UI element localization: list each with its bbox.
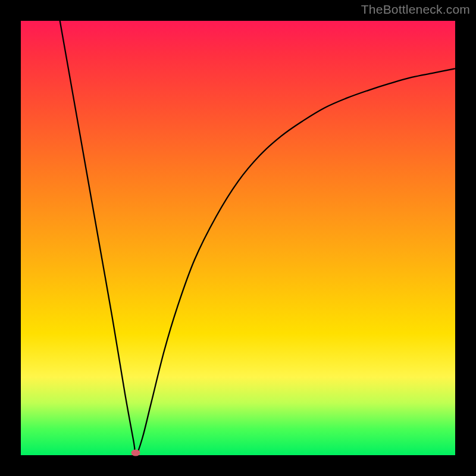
plot-area [21,21,455,455]
chart-frame: TheBottleneck.com [0,0,476,476]
bottleneck-curve [21,21,455,455]
watermark-text: TheBottleneck.com [361,2,470,17]
optimal-point-marker [131,450,140,456]
